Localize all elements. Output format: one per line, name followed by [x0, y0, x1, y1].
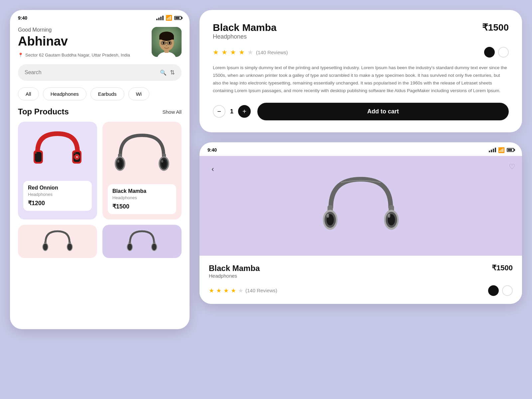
bottom-color-black[interactable]	[488, 285, 499, 296]
detail-title: Black Mamba	[213, 22, 277, 33]
location-pin-icon: 📍	[18, 53, 23, 58]
svg-rect-6	[159, 36, 174, 40]
add-to-cart-row: − 1 + Add to cart	[213, 103, 509, 120]
bottom-battery-icon	[507, 148, 514, 152]
status-icons: 📶	[156, 15, 182, 21]
product-type-2: Headphones	[112, 195, 172, 200]
avatar	[152, 27, 182, 57]
star-3: ★	[230, 48, 236, 56]
bottom-detail-price: ₹1500	[492, 264, 513, 272]
category-wi[interactable]: Wi	[128, 87, 150, 100]
svg-point-49	[327, 214, 329, 218]
product-image-screen: ‹ ♡	[200, 156, 522, 256]
detail-subtitle: Headphones	[213, 33, 277, 40]
svg-point-32	[43, 244, 48, 250]
bottom-detail: Black Mamba Headphones ₹1500 ★ ★ ★ ★ ★ (…	[200, 256, 522, 304]
stars-row: ★ ★ ★ ★ ★ (140 Reviews)	[213, 47, 509, 58]
bottom-star-1: ★	[209, 287, 214, 294]
search-input[interactable]	[25, 69, 157, 75]
product-card-black-mamba[interactable]: Black Mamba Headphones ₹1500	[102, 122, 182, 219]
location-row: 📍 Sector 62 Gautam Buddha Nagar, Uttar P…	[18, 53, 130, 58]
quantity-value: 1	[230, 108, 233, 115]
section-header: Top Products Show All	[10, 107, 190, 122]
category-headphones[interactable]: Headphones	[43, 87, 86, 100]
header-section: Good Morning Abhinav 📍 Sector 62 Gautam …	[10, 24, 190, 58]
svg-text:✕: ✕	[75, 155, 78, 159]
product-image-red-onnion: ✕	[23, 127, 92, 177]
product-name-1: Red Onnion	[28, 185, 87, 191]
back-button[interactable]: ‹	[206, 163, 219, 176]
product-info-black-mamba: Black Mamba Headphones ₹1500	[108, 184, 176, 214]
color-white[interactable]	[498, 47, 509, 58]
color-options	[484, 47, 509, 58]
reviews-text: (140 Reviews)	[256, 50, 288, 55]
bottom-star-4: ★	[231, 287, 236, 294]
status-bar: 9:40 📶	[10, 10, 190, 24]
user-name: Abhinav	[18, 34, 130, 49]
detail-title-group: Black Mamba Headphones	[213, 22, 277, 45]
location-text: Sector 62 Gautam Buddha Nagar, Uttar Pra…	[25, 53, 130, 58]
star-5: ★	[247, 48, 253, 56]
svg-point-7	[163, 42, 165, 44]
svg-rect-14	[35, 152, 42, 162]
category-all[interactable]: All	[18, 87, 39, 100]
bottom-stars-row: ★ ★ ★ ★ ★ (140 Reviews)	[209, 285, 513, 296]
bottom-color-white[interactable]	[502, 285, 513, 296]
categories-row: All Headphones Earbuds Wi	[10, 87, 190, 107]
detail-header: Black Mamba Headphones ₹1500	[213, 22, 509, 45]
star-4: ★	[239, 48, 245, 56]
product-info-red-onnion: Red Onnion Headphones ₹1200	[23, 181, 92, 211]
filter-button[interactable]: ⇅	[170, 69, 175, 76]
wifi-icon: 📶	[166, 15, 172, 21]
bottom-status-bar: 9:40 📶	[200, 142, 522, 156]
product-type-1: Headphones	[28, 192, 87, 197]
bottom-reviews: (140 Reviews)	[245, 288, 277, 293]
left-phone: 9:40 📶 Good Morning Abhinav 📍 Sector 62 …	[10, 10, 190, 329]
search-icon[interactable]: 🔍	[160, 69, 167, 76]
svg-point-9	[166, 45, 168, 46]
product-price-1: ₹1200	[28, 200, 87, 207]
bottom-star-5: ★	[238, 287, 243, 294]
svg-point-40	[152, 244, 156, 250]
battery-icon	[174, 16, 182, 20]
time-display: 9:40	[18, 15, 27, 21]
decrease-quantity-button[interactable]: −	[213, 105, 225, 118]
color-black[interactable]	[484, 47, 495, 58]
star-1: ★	[213, 48, 219, 56]
svg-point-8	[169, 42, 171, 44]
description-text: Lorem Ipsum is simply dummy text of the …	[213, 64, 509, 95]
product-image-black-mamba	[108, 127, 176, 180]
detail-card: Black Mamba Headphones ₹1500 ★ ★ ★ ★ ★ (…	[200, 10, 522, 132]
search-bar[interactable]: 🔍 ⇅	[18, 64, 182, 81]
bottom-star-3: ★	[223, 287, 229, 294]
section-title: Top Products	[18, 107, 69, 116]
svg-point-50	[388, 214, 390, 218]
increase-quantity-button[interactable]: +	[238, 105, 251, 118]
greeting-text: Good Morning	[18, 27, 130, 33]
product-price-2: ₹1500	[112, 203, 172, 210]
bottom-status-icons: 📶	[489, 147, 514, 153]
bottom-detail-subtitle: Headphones	[209, 273, 260, 279]
svg-point-38	[128, 244, 132, 250]
bottom-title-group: Black Mamba Headphones	[209, 264, 260, 283]
star-2: ★	[221, 48, 227, 56]
product-name-2: Black Mamba	[112, 188, 172, 194]
svg-point-28	[161, 160, 163, 163]
bottom-phone: 9:40 📶 ‹ ♡	[200, 142, 522, 304]
bottom-star-2: ★	[216, 287, 221, 294]
user-info: Good Morning Abhinav 📍 Sector 62 Gautam …	[18, 27, 130, 58]
product-card-red-onnion[interactable]: ✕ Red Onnion Headphones ₹1200	[18, 122, 97, 219]
svg-point-34	[67, 244, 72, 250]
bottom-wifi-icon: 📶	[498, 147, 505, 153]
bottom-detail-title: Black Mamba	[209, 264, 260, 273]
products-grid: ✕ Red Onnion Headphones ₹1200	[10, 122, 190, 219]
bottom-detail-header: Black Mamba Headphones ₹1500	[209, 264, 513, 283]
svg-point-27	[117, 160, 119, 163]
detail-price: ₹1500	[482, 22, 509, 33]
category-earbuds[interactable]: Earbuds	[90, 87, 124, 100]
add-to-cart-button[interactable]: Add to cart	[257, 103, 509, 120]
show-all-button[interactable]: Show All	[162, 109, 182, 115]
quantity-control: − 1 +	[213, 105, 251, 118]
bottom-color-options	[488, 285, 513, 296]
favorite-button[interactable]: ♡	[509, 163, 515, 171]
